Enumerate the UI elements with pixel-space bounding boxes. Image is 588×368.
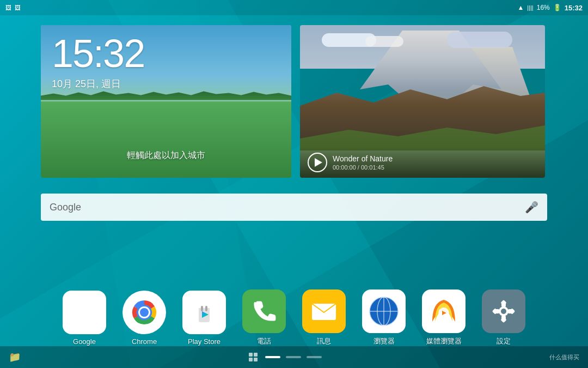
- status-bar: 🖼 🖼 ▲ |||| 16% 🔋 15:32: [0, 0, 588, 15]
- status-time: 15:32: [565, 4, 583, 12]
- signal-icon: ||||: [527, 4, 533, 11]
- status-right-info: ▲ |||| 16% 🔋 15:32: [517, 4, 583, 12]
- video-controls: Wonder of Nature 00:00:00 / 00:01:45: [300, 147, 545, 178]
- battery-percentage: 16%: [537, 4, 550, 11]
- browser-label: 瀏覽器: [373, 336, 395, 346]
- widgets-area: 15:32 10月 25日, 週日 輕觸此處以加入城市 Wonder o: [0, 15, 588, 190]
- clock-weather-widget[interactable]: 15:32 10月 25日, 週日 輕觸此處以加入城市: [41, 25, 291, 178]
- google-label: Google: [73, 337, 96, 346]
- app-phone[interactable]: 電話: [242, 289, 286, 346]
- status-left-icons: 🖼 🖼: [5, 4, 21, 11]
- apps-grid-icon[interactable]: [249, 353, 258, 361]
- page-indicators: [265, 356, 322, 358]
- playstore-icon: [182, 291, 226, 334]
- app-playstore[interactable]: Play Store: [182, 291, 226, 346]
- media-svg: [427, 294, 461, 328]
- bottom-center: [249, 353, 322, 361]
- page-dot-3[interactable]: [307, 356, 322, 358]
- settings-icon: [482, 289, 525, 333]
- phone-svg: [250, 298, 278, 325]
- google-logo-text: Google: [50, 202, 519, 213]
- app-messages[interactable]: 訊息: [302, 289, 346, 346]
- video-title: Wonder of Nature: [333, 154, 537, 163]
- clock-time: 15:32: [52, 34, 280, 73]
- settings-label: 設定: [497, 336, 511, 346]
- search-bar-area: Google 🎤: [41, 194, 547, 221]
- playstore-label: Play Store: [188, 337, 220, 346]
- screenshot-icon: 🖼: [5, 4, 11, 11]
- svg-rect-6: [201, 306, 203, 311]
- video-clouds: [300, 31, 545, 63]
- browser-svg: [367, 294, 401, 328]
- app-settings[interactable]: 設定: [482, 289, 525, 346]
- battery-icon: 🔋: [553, 4, 561, 11]
- page-dot-1[interactable]: [265, 356, 280, 358]
- clock-date: 10月 25日, 週日: [52, 77, 280, 91]
- svg-point-4: [140, 308, 149, 317]
- video-widget[interactable]: Wonder of Nature 00:00:00 / 00:01:45: [300, 25, 545, 178]
- app-mediabrowser[interactable]: 媒體瀏覽器: [422, 289, 465, 346]
- messages-icon: [302, 289, 346, 333]
- media-icon: [422, 289, 465, 333]
- bottom-right: 什么值得买: [549, 353, 579, 361]
- messages-svg: [309, 296, 339, 327]
- playstore-svg: [188, 296, 220, 329]
- folder-icon[interactable]: 📁: [9, 351, 21, 363]
- svg-point-18: [501, 309, 506, 314]
- page-dot-2[interactable]: [286, 356, 301, 358]
- browser-icon: [362, 289, 406, 333]
- bottom-left: 📁: [9, 351, 21, 363]
- chrome-svg: [127, 295, 162, 330]
- settings-svg: [488, 296, 519, 327]
- mediabrowser-label: 媒體瀏覽器: [426, 336, 462, 346]
- app-browser[interactable]: 瀏覽器: [362, 289, 406, 346]
- phone-icon: [242, 289, 286, 333]
- wifi-icon: ▲: [517, 4, 524, 11]
- app-google[interactable]: Google: [63, 291, 106, 346]
- phone-label: 電話: [257, 336, 271, 346]
- app-chrome[interactable]: Chrome: [122, 291, 166, 346]
- google-icon: [63, 291, 106, 334]
- image-icon: 🖼: [15, 4, 21, 11]
- app-dock: Google Chrome: [0, 289, 588, 346]
- weather-prompt[interactable]: 輕觸此處以加入城市: [41, 150, 291, 161]
- bottom-navigation: 📁 什么值得买: [0, 346, 588, 368]
- svg-rect-7: [205, 306, 207, 311]
- play-icon: [315, 158, 322, 167]
- google-search-bar[interactable]: Google 🎤: [41, 194, 547, 221]
- video-time: 00:00:00 / 00:01:45: [333, 164, 537, 171]
- chrome-icon: [122, 291, 166, 334]
- play-button[interactable]: [308, 153, 327, 172]
- microphone-icon[interactable]: 🎤: [525, 201, 538, 214]
- messages-label: 訊息: [317, 336, 331, 346]
- video-info: Wonder of Nature 00:00:00 / 00:01:45: [333, 154, 537, 171]
- watermark-text: 什么值得买: [549, 353, 579, 361]
- chrome-label: Chrome: [132, 337, 157, 346]
